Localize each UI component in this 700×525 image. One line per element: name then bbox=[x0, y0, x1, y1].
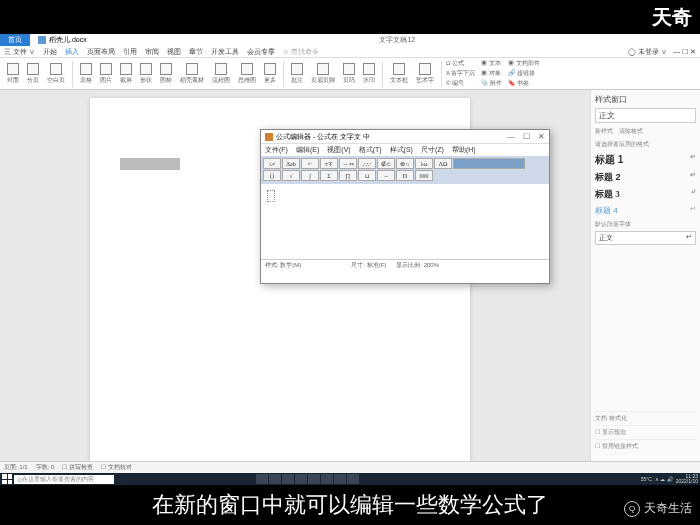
sp-current-style[interactable]: 正文 bbox=[595, 108, 696, 123]
sb-page[interactable]: 页面: 1/1 bbox=[4, 463, 28, 472]
eq-m-view[interactable]: 视图(V) bbox=[327, 145, 350, 155]
eq-s-op[interactable]: ±∓ bbox=[320, 158, 338, 169]
sp-h4[interactable]: 标题 4↵ bbox=[595, 203, 696, 218]
start-button[interactable] bbox=[2, 474, 12, 484]
rb-textbox[interactable]: 文本框 bbox=[387, 62, 411, 86]
eq-edit-area[interactable] bbox=[261, 184, 549, 259]
rb-docpart[interactable]: ▣ 文档部件 bbox=[508, 59, 540, 68]
rb-bookmark[interactable]: 🔖 书签 bbox=[508, 79, 540, 88]
tb-app1[interactable] bbox=[256, 474, 268, 484]
sb-words[interactable]: 字数: 0 bbox=[36, 463, 55, 472]
eq-s-set[interactable]: ∉⊂ bbox=[377, 158, 395, 169]
tb-app3[interactable] bbox=[282, 474, 294, 484]
eq-titlebar[interactable]: 公式编辑器 - 公式在 文字文 中 — ☐ ✕ bbox=[261, 130, 549, 144]
rb-break[interactable]: 分页 bbox=[24, 62, 42, 86]
rb-pic[interactable]: 图片 bbox=[97, 62, 115, 86]
rb-text[interactable]: ▣ 文本 bbox=[481, 59, 502, 68]
eq-s-logic[interactable]: ∴∵ bbox=[358, 158, 376, 169]
sb-doc[interactable]: ☐ 文档校对 bbox=[101, 463, 132, 472]
rb-blank[interactable]: 空白页 bbox=[44, 62, 68, 86]
rb-attach[interactable]: 📎 附件 bbox=[481, 79, 502, 88]
rb-watermark[interactable]: 水印 bbox=[360, 62, 378, 86]
sp-clear[interactable]: 清除格式 bbox=[619, 127, 643, 136]
eq-t-frac[interactable]: √ bbox=[282, 170, 300, 181]
sp-newstyle[interactable]: 新样式 bbox=[595, 127, 613, 136]
sp-default-para[interactable]: 默认段落字体 bbox=[595, 220, 696, 229]
eq-t-fence[interactable]: () bbox=[263, 170, 281, 181]
rt-file[interactable]: 三 文件 ∨ bbox=[4, 47, 35, 57]
eq-s-misc[interactable]: ⊗∩ bbox=[396, 158, 414, 169]
eq-max[interactable]: ☐ bbox=[523, 132, 530, 141]
tb-app7[interactable] bbox=[334, 474, 346, 484]
eq-s-greek-u[interactable]: ΛΩ bbox=[434, 158, 452, 169]
eq-t-subsup[interactable]: ∫ bbox=[301, 170, 319, 181]
eq-t-sum[interactable]: Σ bbox=[320, 170, 338, 181]
eq-m-edit[interactable]: 编辑(E) bbox=[296, 145, 319, 155]
rt-layout[interactable]: 页面布局 bbox=[87, 47, 115, 57]
rb-header[interactable]: 页眉页脚 bbox=[308, 62, 338, 86]
eq-m-style[interactable]: 样式(S) bbox=[390, 145, 413, 155]
rt-review[interactable]: 审阅 bbox=[145, 47, 159, 57]
eq-s-embel[interactable]: ×∙ bbox=[301, 158, 319, 169]
eq-m-size[interactable]: 尺寸(Z) bbox=[421, 145, 444, 155]
document-tab[interactable]: 稻壳儿.docx bbox=[30, 34, 95, 46]
rb-table[interactable]: 表格 bbox=[77, 62, 95, 86]
sb-spell[interactable]: ☐ 拼写检查 bbox=[62, 463, 93, 472]
sp-f1[interactable]: 文档 格式化 bbox=[595, 411, 696, 425]
tb-app6[interactable] bbox=[321, 474, 333, 484]
eq-min[interactable]: — bbox=[507, 132, 515, 141]
eq-m-file[interactable]: 文件(F) bbox=[265, 145, 288, 155]
sp-h2[interactable]: 标题 2↵ bbox=[595, 169, 696, 186]
user-status[interactable]: ◯ 未登录 ∨ bbox=[628, 47, 667, 57]
rb-screenshot[interactable]: 截屏 bbox=[117, 62, 135, 86]
rb-wordart[interactable]: 艺术字 bbox=[413, 62, 437, 86]
rb-comment[interactable]: 批注 bbox=[288, 62, 306, 86]
eq-t-arrow[interactable]: → bbox=[377, 170, 395, 181]
win-controls[interactable]: — ☐ ✕ bbox=[673, 48, 696, 56]
rb-flow[interactable]: 流程图 bbox=[209, 62, 233, 86]
eq-close[interactable]: ✕ bbox=[538, 132, 545, 141]
rb-mind[interactable]: 思维图 bbox=[235, 62, 259, 86]
sp-body-style[interactable]: 正文↵ bbox=[595, 231, 696, 245]
eq-m-format[interactable]: 格式(T) bbox=[359, 145, 382, 155]
rb-icon[interactable]: 图标 bbox=[157, 62, 175, 86]
rt-chapter[interactable]: 章节 bbox=[189, 47, 203, 57]
tb-app2[interactable] bbox=[269, 474, 281, 484]
tb-app4[interactable] bbox=[295, 474, 307, 484]
tb-app8[interactable] bbox=[347, 474, 359, 484]
rt-insert[interactable]: 插入 bbox=[65, 47, 79, 57]
rt-start[interactable]: 开始 bbox=[43, 47, 57, 57]
eq-s-arrow[interactable]: →⇔ bbox=[339, 158, 357, 169]
eq-t-prod[interactable]: Π bbox=[396, 170, 414, 181]
rb-formula[interactable]: Ω 公式 bbox=[446, 59, 475, 68]
sp-f2[interactable]: ☐ 显示预览 bbox=[595, 425, 696, 439]
eq-t-bar[interactable]: ⊔ bbox=[358, 170, 376, 181]
search-box[interactable]: ⊙ 查找命令 bbox=[283, 47, 319, 57]
eq-s-space[interactable]: ∆ab bbox=[282, 158, 300, 169]
rb-asset[interactable]: 稻壳素材 bbox=[177, 62, 207, 86]
eq-s-greek-l[interactable]: λω bbox=[415, 158, 433, 169]
rb-more[interactable]: 更多 bbox=[261, 62, 279, 86]
rt-view[interactable]: 视图 bbox=[167, 47, 181, 57]
rb-hyperlink[interactable]: 🔗 超链接 bbox=[508, 69, 540, 78]
rb-pagenum[interactable]: 页码 bbox=[340, 62, 358, 86]
sp-h1[interactable]: 标题 1↵ bbox=[595, 151, 696, 169]
eq-m-help[interactable]: 帮助(H) bbox=[452, 145, 476, 155]
rt-dev[interactable]: 开发工具 bbox=[211, 47, 239, 57]
rb-dropcap[interactable]: A 首字下沉 bbox=[446, 69, 475, 78]
sp-h3[interactable]: 标题 3↵ bbox=[595, 186, 696, 203]
rb-number[interactable]: © 编号 bbox=[446, 79, 475, 88]
rt-ref[interactable]: 引用 bbox=[123, 47, 137, 57]
sp-f3[interactable]: ☐ 禁用链接样式 bbox=[595, 439, 696, 453]
home-tab[interactable]: 首页 bbox=[0, 34, 30, 46]
eq-s-extra[interactable] bbox=[453, 158, 525, 169]
tb-app5[interactable] bbox=[308, 474, 320, 484]
rb-cover[interactable]: 封面 bbox=[4, 62, 22, 86]
system-tray[interactable]: 55°C ∧ ☁ 🔊 11:232022/1/10 bbox=[641, 474, 698, 484]
eq-t-int[interactable]: ∏ bbox=[339, 170, 357, 181]
eq-s-rel[interactable]: ≤≠ bbox=[263, 158, 281, 169]
rb-object[interactable]: ▣ 对象 bbox=[481, 69, 502, 78]
eq-t-matrix[interactable]: 000 bbox=[415, 170, 433, 181]
taskbar-search[interactable]: ⊙ 在这里输入你要搜索的内容 bbox=[14, 475, 114, 484]
rt-vip[interactable]: 会员专享 bbox=[247, 47, 275, 57]
